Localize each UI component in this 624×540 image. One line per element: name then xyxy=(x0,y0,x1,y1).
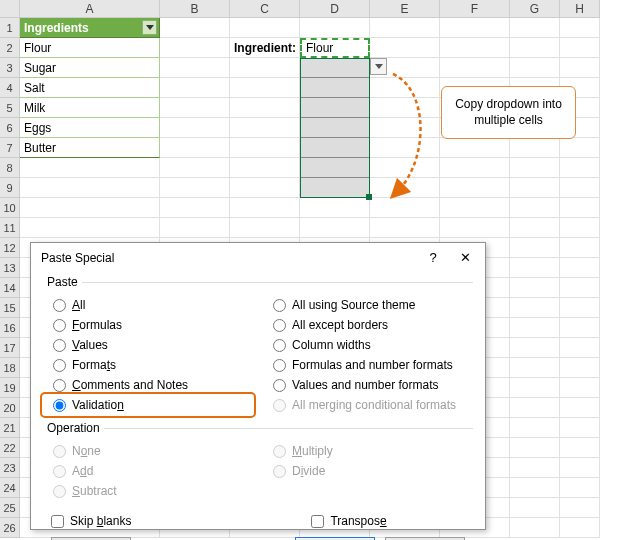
cell-E5[interactable] xyxy=(370,98,440,118)
cell-C11[interactable] xyxy=(230,218,300,238)
cell-C7[interactable] xyxy=(230,138,300,158)
option-all-using-source-theme[interactable]: All using Source theme xyxy=(263,295,473,315)
radio-input[interactable] xyxy=(273,299,286,312)
row-header-20[interactable]: 20 xyxy=(0,398,20,418)
cell-B7[interactable] xyxy=(160,138,230,158)
cell-H2[interactable] xyxy=(560,38,600,58)
cell-G15[interactable] xyxy=(510,298,560,318)
cell-G16[interactable] xyxy=(510,318,560,338)
row-header-14[interactable]: 14 xyxy=(0,278,20,298)
row-header-22[interactable]: 22 xyxy=(0,438,20,458)
cell-A4[interactable]: Salt xyxy=(20,78,160,98)
row-header-10[interactable]: 10 xyxy=(0,198,20,218)
col-header-H[interactable]: H xyxy=(560,0,600,18)
cell-C9[interactable] xyxy=(230,178,300,198)
row-header-7[interactable]: 7 xyxy=(0,138,20,158)
radio-input[interactable] xyxy=(53,379,66,392)
cell-A6[interactable]: Eggs xyxy=(20,118,160,138)
cell-A5[interactable]: Milk xyxy=(20,98,160,118)
cell-D4[interactable] xyxy=(300,78,370,98)
cell-G20[interactable] xyxy=(510,398,560,418)
row-header-17[interactable]: 17 xyxy=(0,338,20,358)
cell-H20[interactable] xyxy=(560,398,600,418)
cell-D5[interactable] xyxy=(300,98,370,118)
row-header-15[interactable]: 15 xyxy=(0,298,20,318)
cell-H24[interactable] xyxy=(560,478,600,498)
cell-F1[interactable] xyxy=(440,18,510,38)
cell-B4[interactable] xyxy=(160,78,230,98)
col-header-E[interactable]: E xyxy=(370,0,440,18)
cell-H15[interactable] xyxy=(560,298,600,318)
filter-button[interactable] xyxy=(142,20,157,35)
cell-H14[interactable] xyxy=(560,278,600,298)
cell-H8[interactable] xyxy=(560,158,600,178)
cell-G19[interactable] xyxy=(510,378,560,398)
cell-G1[interactable] xyxy=(510,18,560,38)
cell-B10[interactable] xyxy=(160,198,230,218)
radio-input[interactable] xyxy=(273,319,286,332)
option-values[interactable]: Values xyxy=(43,335,253,355)
cell-G23[interactable] xyxy=(510,458,560,478)
cell-E10[interactable] xyxy=(370,198,440,218)
row-header-25[interactable]: 25 xyxy=(0,498,20,518)
cell-E7[interactable] xyxy=(370,138,440,158)
cell-G13[interactable] xyxy=(510,258,560,278)
cell-C4[interactable] xyxy=(230,78,300,98)
cell-F7[interactable] xyxy=(440,138,510,158)
cell-H12[interactable] xyxy=(560,238,600,258)
cell-H18[interactable] xyxy=(560,358,600,378)
col-header-C[interactable]: C xyxy=(230,0,300,18)
row-header-6[interactable]: 6 xyxy=(0,118,20,138)
cell-C5[interactable] xyxy=(230,98,300,118)
select-all-corner[interactable] xyxy=(0,0,20,18)
row-header-8[interactable]: 8 xyxy=(0,158,20,178)
col-header-A[interactable]: A xyxy=(20,0,160,18)
cell-G7[interactable] xyxy=(510,138,560,158)
row-header-11[interactable]: 11 xyxy=(0,218,20,238)
cell-C1[interactable] xyxy=(230,18,300,38)
cell-B2[interactable] xyxy=(160,38,230,58)
row-header-24[interactable]: 24 xyxy=(0,478,20,498)
cell-E11[interactable] xyxy=(370,218,440,238)
cell-B11[interactable] xyxy=(160,218,230,238)
cell-D3[interactable] xyxy=(300,58,370,78)
cell-B6[interactable] xyxy=(160,118,230,138)
cell-G21[interactable] xyxy=(510,418,560,438)
cell-G14[interactable] xyxy=(510,278,560,298)
cell-C8[interactable] xyxy=(230,158,300,178)
cell-D7[interactable] xyxy=(300,138,370,158)
skip-blanks-checkbox[interactable] xyxy=(51,515,64,528)
cell-E8[interactable] xyxy=(370,158,440,178)
cell-G25[interactable] xyxy=(510,498,560,518)
cell-H23[interactable] xyxy=(560,458,600,478)
cell-A9[interactable] xyxy=(20,178,160,198)
radio-input[interactable] xyxy=(53,299,66,312)
cell-H19[interactable] xyxy=(560,378,600,398)
cell-C3[interactable] xyxy=(230,58,300,78)
row-header-2[interactable]: 2 xyxy=(0,38,20,58)
cell-F9[interactable] xyxy=(440,178,510,198)
cell-H11[interactable] xyxy=(560,218,600,238)
radio-input[interactable] xyxy=(53,399,66,412)
cell-D9[interactable] xyxy=(300,178,370,198)
cell-H22[interactable] xyxy=(560,438,600,458)
cell-H16[interactable] xyxy=(560,318,600,338)
option-all-except-borders[interactable]: All except borders xyxy=(263,315,473,335)
cell-A10[interactable] xyxy=(20,198,160,218)
cell-C2[interactable]: Ingredient: xyxy=(230,38,300,58)
row-header-18[interactable]: 18 xyxy=(0,358,20,378)
row-header-13[interactable]: 13 xyxy=(0,258,20,278)
cell-H9[interactable] xyxy=(560,178,600,198)
transpose-checkbox[interactable] xyxy=(311,515,324,528)
cell-H26[interactable] xyxy=(560,518,600,538)
radio-input[interactable] xyxy=(53,319,66,332)
cell-F8[interactable] xyxy=(440,158,510,178)
cell-F11[interactable] xyxy=(440,218,510,238)
cell-C6[interactable] xyxy=(230,118,300,138)
cell-G26[interactable] xyxy=(510,518,560,538)
cell-E1[interactable] xyxy=(370,18,440,38)
row-header-3[interactable]: 3 xyxy=(0,58,20,78)
cell-F2[interactable] xyxy=(440,38,510,58)
cell-H21[interactable] xyxy=(560,418,600,438)
row-header-1[interactable]: 1 xyxy=(0,18,20,38)
